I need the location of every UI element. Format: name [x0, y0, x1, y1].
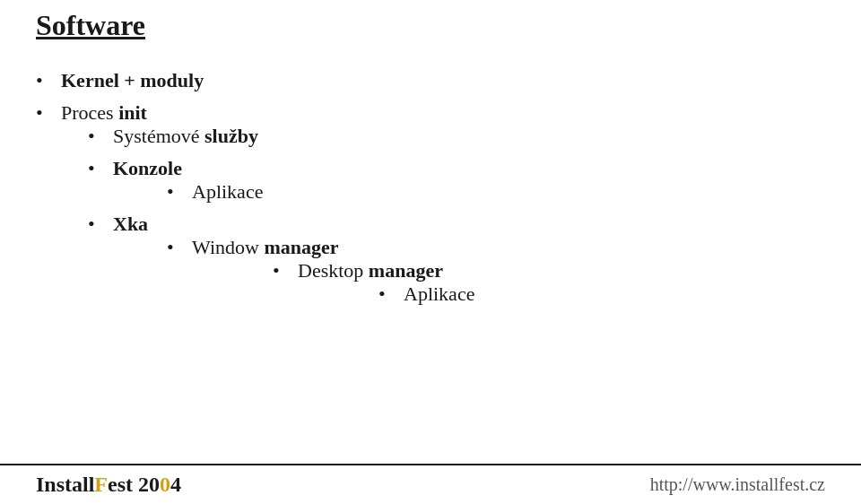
item-text: Aplikace — [192, 180, 263, 203]
list-item-proces: Proces init Systémové služby Konzole Apl… — [36, 101, 825, 306]
list-item-desktop-manager: Desktop manager Aplikace — [273, 259, 825, 306]
brand-four: 4 — [170, 473, 181, 496]
main-content: Software Kernel + moduly Proces init Sys… — [0, 0, 861, 306]
brand-f: F — [94, 473, 108, 496]
footer: InstallFest 2004 http://www.installfest.… — [0, 464, 861, 504]
brand-zero: 0 — [160, 473, 170, 496]
brand-install: Install — [36, 473, 94, 496]
list-item-aplikace1: Aplikace — [167, 180, 825, 204]
item-text-normal: Systémové — [113, 125, 204, 147]
list-item-systemove: Systémové služby — [88, 125, 825, 148]
item-text-normal: Proces — [61, 101, 118, 124]
item-text: Konzole — [113, 157, 182, 179]
list-item-xka: Xka Window manager Desktop manager — [88, 213, 825, 306]
item-text-bold: manager — [264, 236, 338, 258]
page-title: Software — [36, 9, 145, 42]
sub-list-desktop: Aplikace — [298, 282, 825, 306]
item-text-normal: Window — [192, 236, 264, 258]
item-text-bold: init — [118, 101, 147, 124]
item-text-bold: manager — [369, 259, 443, 282]
item-text-bold: služby — [204, 125, 258, 147]
list-item-aplikace2: Aplikace — [378, 282, 825, 306]
sub-list-proces: Systémové služby Konzole Aplikace Xka — [61, 125, 825, 306]
brand-est: est 20 — [108, 473, 160, 496]
list-item-window-manager: Window manager Desktop manager Aplikace — [167, 236, 825, 306]
footer-brand: InstallFest 2004 — [36, 473, 181, 497]
sub-list-konzole: Aplikace — [113, 180, 825, 204]
list-item-kernel: Kernel + moduly — [36, 69, 825, 92]
item-text: Kernel + moduly — [61, 69, 204, 91]
sub-list-xka: Window manager Desktop manager Aplikace — [113, 236, 825, 306]
list-item-konzole: Konzole Aplikace — [88, 157, 825, 204]
main-list: Kernel + moduly Proces init Systémové sl… — [36, 69, 825, 306]
sub-list-window: Desktop manager Aplikace — [192, 259, 825, 306]
item-text: Xka — [113, 213, 148, 235]
item-text: Aplikace — [404, 282, 474, 305]
item-text-normal: Desktop — [298, 259, 369, 282]
footer-url: http://www.installfest.cz — [650, 474, 825, 495]
